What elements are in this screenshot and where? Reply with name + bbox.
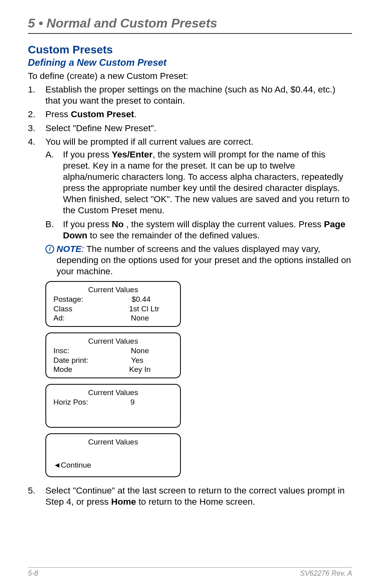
substep-b: B. If you press No , the system will dis… bbox=[45, 219, 352, 241]
note-label: NOTE bbox=[57, 244, 82, 254]
row-label: Postage: bbox=[53, 295, 83, 304]
screen-title: Current Values bbox=[53, 285, 173, 295]
bold-text: Home bbox=[111, 497, 136, 507]
row-value: Key In bbox=[129, 365, 173, 374]
row-label: Date print: bbox=[53, 356, 88, 365]
screen-title: Current Values bbox=[53, 336, 173, 346]
text: to see the remainder of the defined valu… bbox=[87, 230, 260, 240]
divider bbox=[28, 33, 352, 34]
bold-text: No bbox=[112, 219, 124, 229]
intro-text: To define (create) a new Custom Preset: bbox=[28, 71, 352, 82]
row-label: Insc: bbox=[53, 346, 69, 356]
note-text: The number of screens and the values dis… bbox=[57, 244, 351, 276]
row-label: Mode bbox=[53, 365, 72, 374]
screen-title: Current Values bbox=[53, 437, 173, 447]
step-number: 2. bbox=[28, 109, 45, 120]
doc-revision: SV62276 Rev. A bbox=[300, 569, 352, 578]
row-value: None bbox=[131, 313, 173, 323]
step-4-intro: You will be prompted if all current valu… bbox=[45, 137, 253, 147]
text: If you press bbox=[63, 219, 112, 229]
text: , the system will display the current va… bbox=[124, 219, 324, 229]
row-label: Class bbox=[53, 304, 72, 314]
step-content: Select "Continue" at the last screen to … bbox=[45, 485, 352, 507]
screen-row: Ad:None bbox=[53, 313, 173, 323]
bold-text: Custom Preset bbox=[71, 109, 134, 119]
screen-row: Date print:Yes bbox=[53, 356, 173, 365]
page-number: 5-8 bbox=[28, 569, 38, 578]
step-content: Select "Define New Preset". bbox=[45, 123, 352, 134]
step-2: 2. Press Custom Preset. bbox=[28, 109, 352, 120]
screen-3: Current Values Horiz Pos:9 bbox=[45, 384, 181, 428]
row-value: 1st Cl Ltr bbox=[129, 304, 173, 314]
screen-row: Postage:$0.44 bbox=[53, 295, 173, 304]
screen-row: Horiz Pos:9 bbox=[53, 397, 173, 407]
note-block: i NOTE: The number of screens and the va… bbox=[45, 244, 352, 277]
substep-letter: A. bbox=[45, 149, 63, 216]
screen-row: ModeKey In bbox=[53, 365, 173, 374]
substep-a: A. If you press Yes/Enter, the system wi… bbox=[45, 149, 352, 216]
subsection-title: Defining a New Custom Preset bbox=[28, 57, 352, 68]
info-icon: i bbox=[45, 245, 54, 254]
substep-content: If you press No , the system will displa… bbox=[63, 219, 352, 241]
step-content: Press Custom Preset. bbox=[45, 109, 352, 120]
row-value: $0.44 bbox=[131, 295, 173, 304]
step-content: Establish the proper settings on the mac… bbox=[45, 84, 352, 106]
step-1: 1. Establish the proper settings on the … bbox=[28, 84, 352, 106]
row-value: Yes bbox=[131, 356, 173, 365]
step-number: 5. bbox=[28, 485, 45, 507]
continue-option: ◄Continue bbox=[53, 460, 173, 470]
screen-title: Current Values bbox=[53, 388, 173, 397]
row-label: Ad: bbox=[53, 313, 65, 323]
page-footer: 5-8 SV62276 Rev. A bbox=[28, 567, 352, 578]
text: Press bbox=[45, 109, 71, 119]
step-content: You will be prompted if all current valu… bbox=[45, 136, 352, 483]
screen-1: Current Values Postage:$0.44 Class1st Cl… bbox=[45, 281, 181, 327]
text: to return to the Home screen. bbox=[136, 497, 255, 507]
bold-text: Yes/Enter bbox=[112, 149, 153, 159]
screen-row: Insc:None bbox=[53, 346, 173, 356]
step-number: 3. bbox=[28, 123, 45, 134]
step-5: 5. Select "Continue" at the last screen … bbox=[28, 485, 352, 507]
note-content: NOTE: The number of screens and the valu… bbox=[57, 244, 352, 277]
substep-content: If you press Yes/Enter, the system will … bbox=[63, 149, 352, 216]
row-value: None bbox=[131, 346, 173, 356]
step-4: 4. You will be prompted if all current v… bbox=[28, 136, 352, 483]
step-number: 4. bbox=[28, 136, 45, 483]
substep-letter: B. bbox=[45, 219, 63, 241]
step-3: 3. Select "Define New Preset". bbox=[28, 123, 352, 134]
row-label: Horiz Pos: bbox=[53, 397, 88, 407]
text: . bbox=[134, 109, 137, 119]
screens-container: Current Values Postage:$0.44 Class1st Cl… bbox=[45, 281, 352, 477]
substeps-list: A. If you press Yes/Enter, the system wi… bbox=[45, 149, 352, 241]
screen-4: Current Values ◄Continue bbox=[45, 433, 181, 477]
section-title: Custom Presets bbox=[28, 43, 352, 56]
text: If you press bbox=[63, 149, 112, 159]
chapter-title: 5 • Normal and Custom Presets bbox=[28, 16, 352, 31]
row-value: 9 bbox=[130, 397, 173, 407]
steps-list: 1. Establish the proper settings on the … bbox=[28, 84, 352, 507]
step-number: 1. bbox=[28, 84, 45, 106]
screen-2: Current Values Insc:None Date print:Yes … bbox=[45, 332, 181, 378]
screen-row: Class1st Cl Ltr bbox=[53, 304, 173, 314]
